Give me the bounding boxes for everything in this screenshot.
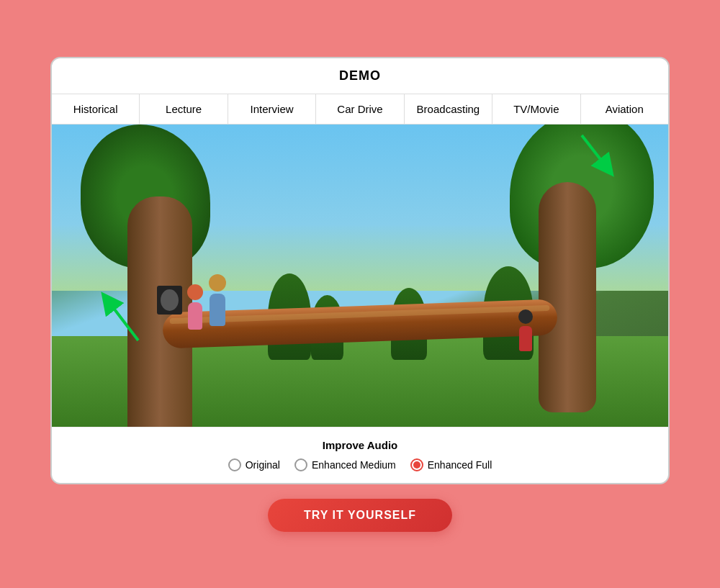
tab-tv-movie[interactable]: TV/Movie: [492, 94, 580, 124]
radio-circle-original[interactable]: [228, 458, 241, 471]
radio-enhanced-medium[interactable]: Enhanced Medium: [294, 458, 396, 471]
right-tree-trunk: [539, 182, 596, 412]
radio-enhanced-full[interactable]: Enhanced Full: [410, 458, 492, 471]
arrow-top-right-svg: [567, 128, 625, 178]
scene: [52, 125, 668, 427]
svg-line-1: [108, 301, 138, 340]
char2-body: [210, 294, 225, 326]
character-2: [209, 274, 226, 326]
try-it-yourself-button[interactable]: TRY IT YOURSELF: [268, 499, 452, 532]
arrow-bottom-left-svg: [95, 290, 153, 355]
char3-head: [518, 309, 533, 324]
improve-audio-label: Improve Audio: [63, 439, 657, 451]
character-1: [187, 284, 203, 330]
radio-group: Original Enhanced Medium Enhanced Full: [63, 458, 657, 471]
char3-body: [519, 326, 532, 351]
radio-circle-enhanced-full[interactable]: [410, 458, 423, 471]
radio-label-enhanced-full: Enhanced Full: [428, 459, 492, 471]
svg-line-0: [582, 135, 607, 168]
audio-controls: Improve Audio Original Enhanced Medium E…: [52, 427, 668, 483]
app-wrapper: DEMO Historical Lecture Interview Car Dr…: [50, 57, 670, 532]
radio-label-original: Original: [246, 459, 280, 471]
speaker-box: [157, 286, 182, 315]
radio-circle-enhanced-medium[interactable]: [294, 458, 307, 471]
tab-aviation[interactable]: Aviation: [581, 94, 668, 124]
tab-interview[interactable]: Interview: [228, 94, 316, 124]
tabs-bar: Historical Lecture Interview Car Drive B…: [52, 94, 668, 125]
radio-original[interactable]: Original: [228, 458, 280, 471]
tab-car-drive[interactable]: Car Drive: [316, 94, 404, 124]
char1-body: [188, 302, 202, 330]
video-area: [52, 125, 668, 427]
demo-card: DEMO Historical Lecture Interview Car Dr…: [50, 57, 670, 484]
demo-title: DEMO: [52, 58, 668, 94]
char2-head: [209, 274, 226, 291]
tab-broadcasting[interactable]: Broadcasting: [405, 94, 492, 124]
character-right: [518, 309, 533, 351]
tab-lecture[interactable]: Lecture: [140, 94, 228, 124]
tab-historical[interactable]: Historical: [52, 94, 140, 124]
characters-group: [187, 274, 226, 330]
radio-label-enhanced-medium: Enhanced Medium: [312, 459, 396, 471]
char1-head: [187, 284, 203, 300]
